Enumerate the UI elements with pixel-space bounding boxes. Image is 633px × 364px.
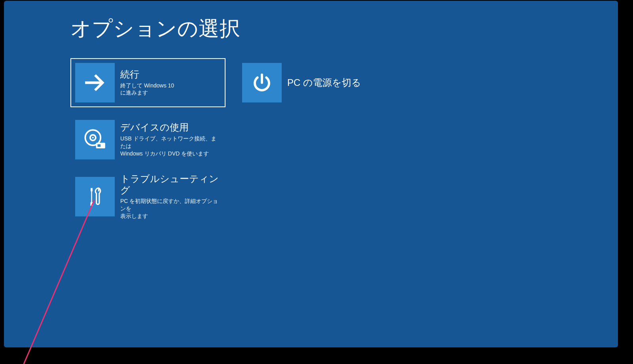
use-device-tile[interactable]: デバイスの使用 USB ドライブ、ネットワーク接続、または Windows リカ… bbox=[70, 115, 226, 164]
power-off-tile[interactable]: PC の電源を切る bbox=[237, 58, 392, 107]
continue-tile[interactable]: 続行 終了して Windows 10 に進みます bbox=[70, 58, 226, 107]
troubleshoot-title: トラブルシューティング bbox=[120, 173, 222, 196]
power-icon bbox=[242, 63, 282, 102]
options-column-1: 続行 終了して Windows 10 に進みます デバイスの使用 USB ドライ… bbox=[70, 58, 226, 229]
svg-point-2 bbox=[92, 137, 94, 138]
use-device-text: デバイスの使用 USB ドライブ、ネットワーク接続、または Windows リカ… bbox=[120, 122, 226, 157]
troubleshoot-subtitle: PC を初期状態に戻すか、詳細オプションを 表示します bbox=[120, 197, 222, 220]
power-off-title: PC の電源を切る bbox=[287, 77, 389, 89]
troubleshoot-text: トラブルシューティング PC を初期状態に戻すか、詳細オプションを 表示します bbox=[120, 173, 226, 220]
options-column-2: PC の電源を切る bbox=[237, 58, 392, 115]
svg-rect-6 bbox=[91, 191, 92, 202]
use-device-title: デバイスの使用 bbox=[120, 122, 222, 133]
continue-text: 続行 終了して Windows 10 に進みます bbox=[120, 69, 226, 97]
arrow-right-icon bbox=[75, 63, 115, 102]
use-device-subtitle: USB ドライブ、ネットワーク接続、または Windows リカバリ DVD を… bbox=[120, 135, 222, 157]
tools-icon bbox=[75, 177, 115, 216]
svg-rect-4 bbox=[97, 144, 100, 147]
continue-title: 続行 bbox=[120, 69, 222, 80]
svg-rect-5 bbox=[91, 188, 93, 191]
page-title: オプションの選択 bbox=[70, 15, 241, 43]
power-off-text: PC の電源を切る bbox=[287, 77, 392, 89]
continue-subtitle: 終了して Windows 10 に進みます bbox=[120, 82, 222, 97]
recovery-options-screen: オプションの選択 続行 終了して Windows 10 に進みます bbox=[4, 1, 618, 347]
troubleshoot-tile[interactable]: トラブルシューティング PC を初期状態に戻すか、詳細オプションを 表示します bbox=[70, 172, 226, 221]
svg-rect-3 bbox=[96, 143, 105, 148]
svg-rect-7 bbox=[91, 202, 93, 206]
disc-usb-icon bbox=[75, 120, 115, 159]
